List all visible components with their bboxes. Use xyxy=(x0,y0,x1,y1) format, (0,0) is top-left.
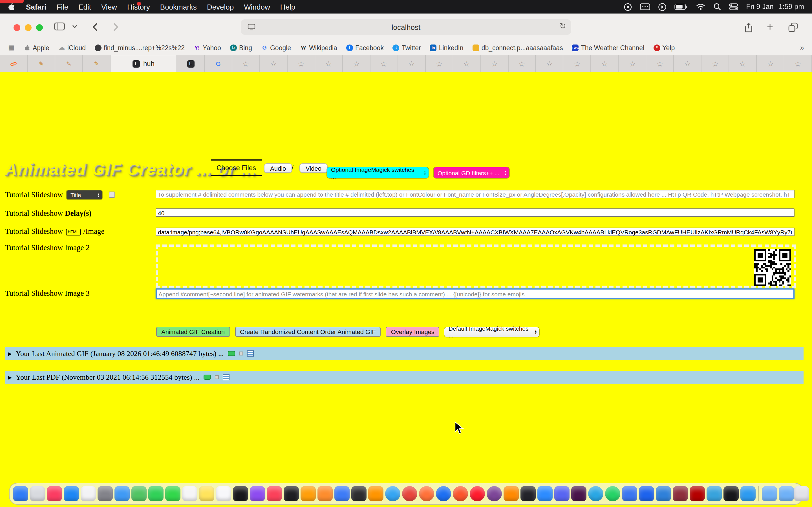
tab-bookmark-star[interactable]: ☆ xyxy=(674,55,702,72)
tab-active-huh[interactable]: L huh xyxy=(110,55,177,72)
randomized-gif-button[interactable]: Create Randomized Content Order Animated… xyxy=(235,327,381,337)
dock-icon-photos[interactable] xyxy=(81,486,96,501)
tab-bookmark-star[interactable]: ☆ xyxy=(288,55,315,72)
bookmark-icloud[interactable]: ☁ iCloud xyxy=(58,44,86,51)
dock-icon-keynote[interactable] xyxy=(741,486,756,501)
tab-bookmark-star[interactable]: ☆ xyxy=(315,55,343,72)
dock-icon-whatsapp[interactable] xyxy=(605,486,620,501)
dock-icon-firefox[interactable] xyxy=(419,486,434,501)
dock-icon-books[interactable] xyxy=(301,486,316,501)
apple-menu-icon[interactable] xyxy=(8,2,16,11)
play-icon[interactable] xyxy=(658,3,666,11)
tab-bookmark-star[interactable]: ☆ xyxy=(481,55,508,72)
dock-icon-messages[interactable] xyxy=(148,486,163,501)
tab-l[interactable]: L xyxy=(177,55,205,72)
dock-icon-opera[interactable] xyxy=(470,486,485,501)
default-imagemagick-select[interactable]: Default ImageMagick switches ... ▴▾ xyxy=(445,327,539,337)
title-checkbox[interactable] xyxy=(109,191,115,198)
video-button[interactable]: Video xyxy=(299,163,327,173)
tab-pencil-2[interactable]: ✎ xyxy=(55,55,83,72)
html-badge[interactable]: HTML xyxy=(66,228,80,235)
tab-bookmark-star[interactable]: ☆ xyxy=(702,55,729,72)
app-badge-icon[interactable] xyxy=(624,3,632,11)
document-thumbnail-icon[interactable] xyxy=(223,374,230,380)
new-tab-button[interactable]: + xyxy=(767,21,773,33)
tab-bookmark-star[interactable]: ☆ xyxy=(619,55,647,72)
dock-icon-system-settings[interactable] xyxy=(98,486,113,501)
dock-icon-facetime[interactable] xyxy=(165,486,181,501)
image3-watermark-input[interactable] xyxy=(156,288,795,299)
tab-bookmark-star[interactable]: ☆ xyxy=(398,55,425,72)
tab-bookmark-star[interactable]: ☆ xyxy=(508,55,536,72)
tab-pencil-1[interactable]: ✎ xyxy=(28,55,55,72)
audio-button[interactable]: Audio xyxy=(264,163,292,173)
dock-icon-notes[interactable] xyxy=(199,486,214,501)
wifi-icon[interactable] xyxy=(696,3,705,10)
tab-pencil-3[interactable]: ✎ xyxy=(83,55,110,72)
zoom-window-button[interactable] xyxy=(36,24,43,31)
tab-bookmark-star[interactable]: ☆ xyxy=(591,55,619,72)
bookmark-find-minus[interactable]: find_minus....rep+%22s%22 xyxy=(95,44,185,51)
dock-icon-documents-folder[interactable] xyxy=(762,486,777,501)
tab-bookmark-star[interactable]: ☆ xyxy=(729,55,757,72)
menu-item-help[interactable]: Help xyxy=(280,3,296,11)
tab-bookmark-star[interactable]: ☆ xyxy=(647,55,674,72)
dock-icon-terminal[interactable] xyxy=(351,486,366,501)
tab-bookmark-star[interactable]: ☆ xyxy=(784,55,812,72)
dock-icon-vlc[interactable] xyxy=(504,486,519,501)
dock-icon-tor[interactable] xyxy=(487,486,502,501)
bookmark-twitter[interactable]: t Twitter xyxy=(393,44,421,51)
dock-icon-calendar[interactable] xyxy=(182,486,197,501)
menu-item-edit[interactable]: Edit xyxy=(79,3,91,11)
choose-files-button[interactable]: Choose Files xyxy=(211,159,262,176)
tab-bookmark-star[interactable]: ☆ xyxy=(343,55,370,72)
bookmark-weather-channel[interactable]: TWC The Weather Channel xyxy=(572,44,645,51)
menu-item-safari[interactable]: Safari xyxy=(26,3,46,11)
dock-icon-downloads-folder[interactable] xyxy=(779,486,794,501)
tab-bookmark-star[interactable]: ☆ xyxy=(260,55,288,72)
dock-icon-maps[interactable] xyxy=(132,486,147,501)
title-style-select[interactable]: Title ▴▾ xyxy=(66,190,102,200)
back-button[interactable] xyxy=(92,22,98,32)
dock-icon-chrome[interactable] xyxy=(402,486,417,501)
reload-icon[interactable]: ↻ xyxy=(560,21,566,31)
tab-bookmark-star[interactable]: ☆ xyxy=(370,55,398,72)
dock-icon-github[interactable] xyxy=(723,486,739,501)
overlay-images-button[interactable]: Overlay Images xyxy=(386,327,440,337)
dock-icon-zoom[interactable] xyxy=(538,486,553,501)
dock-icon-launchpad[interactable] xyxy=(30,486,45,501)
imagemagick-switches-select[interactable]: Optional ImageMagick switches ... ▴▾ xyxy=(327,167,428,178)
dock-icon-bbedit[interactable] xyxy=(673,486,688,501)
animated-gif-creation-button[interactable]: Animated GIF Creation xyxy=(156,327,230,337)
dock-icon-telegram[interactable] xyxy=(588,486,603,501)
tab-bookmark-star[interactable]: ☆ xyxy=(425,55,453,72)
dock-icon-reminders[interactable] xyxy=(216,486,231,501)
dock-icon-transmit[interactable] xyxy=(707,486,722,501)
dock-icon-news[interactable] xyxy=(267,486,282,501)
search-icon[interactable] xyxy=(713,3,721,11)
dock-icon-podcasts[interactable] xyxy=(250,486,265,501)
title-comment-input[interactable] xyxy=(156,190,795,198)
dock-icon-slack[interactable] xyxy=(571,486,587,501)
bookmark-db-connect[interactable]: db_connect.p...aaasaaafaas xyxy=(472,44,563,51)
dock-icon-vscode[interactable] xyxy=(656,486,671,501)
gd-filters-select[interactable]: Optional GD filters++ ... ▴▾ xyxy=(434,167,509,178)
document-thumbnail-icon[interactable] xyxy=(247,350,253,356)
image2-dropzone[interactable] xyxy=(156,244,796,288)
menu-item-develop[interactable]: Develop xyxy=(207,3,234,11)
bookmark-google[interactable]: G Google xyxy=(261,44,291,51)
menu-item-view[interactable]: View xyxy=(101,3,117,11)
dock-icon-brave[interactable] xyxy=(453,486,468,501)
share-button[interactable] xyxy=(744,22,753,33)
control-center-icon[interactable] xyxy=(729,3,738,10)
dock-icon-tv[interactable] xyxy=(233,486,248,501)
dock-icon-calculator[interactable] xyxy=(368,486,384,501)
tab-bookmark-star[interactable]: ☆ xyxy=(232,55,260,72)
dock-icon-music[interactable] xyxy=(47,486,62,501)
disclosure-triangle-icon[interactable]: ▶ xyxy=(8,351,12,356)
dock-icon-home[interactable] xyxy=(317,486,333,501)
delay-input[interactable] xyxy=(156,209,795,217)
bookmark-linkedin[interactable]: in LinkedIn xyxy=(430,44,463,51)
dock-icon-mail[interactable] xyxy=(114,486,130,501)
dock-icon-discord[interactable] xyxy=(554,486,569,501)
